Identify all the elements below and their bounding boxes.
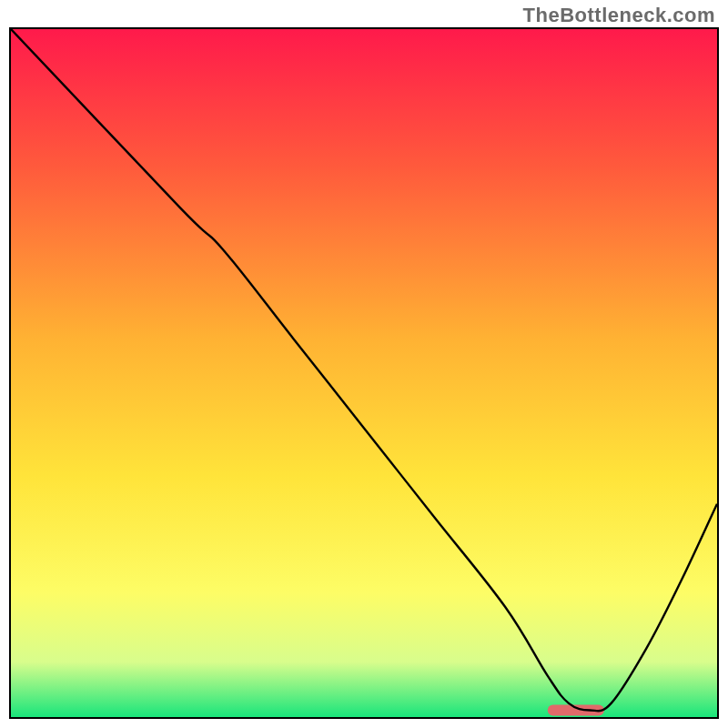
chart-border: [9, 27, 719, 719]
gradient-background: [11, 29, 717, 717]
chart-canvas: [11, 29, 717, 717]
chart-frame: TheBottleneck.com: [0, 0, 728, 728]
watermark-text: TheBottleneck.com: [523, 4, 715, 27]
